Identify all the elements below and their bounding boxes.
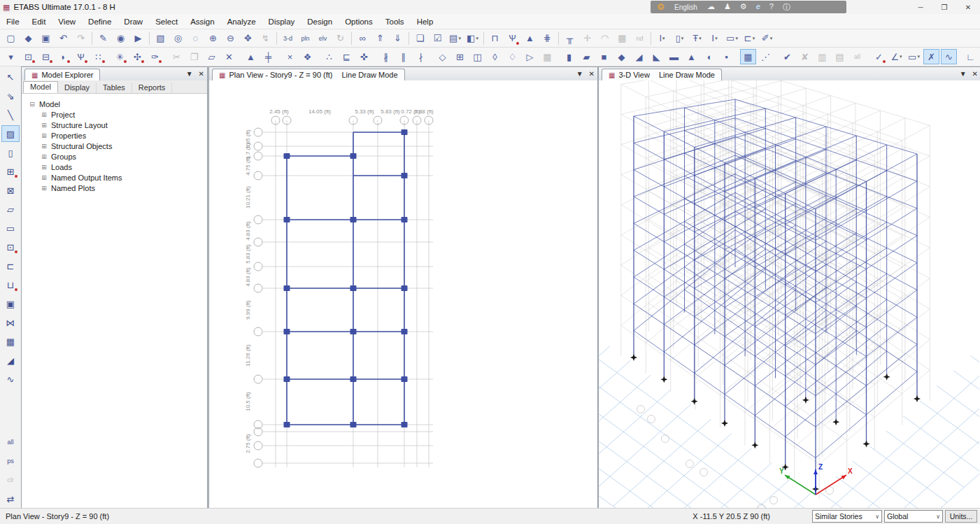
menu-file[interactable]: File xyxy=(0,14,26,29)
3d-view-canvas[interactable]: YXZ xyxy=(599,80,979,508)
draw-frame-region-icon[interactable]: ▨ xyxy=(1,125,20,142)
quick-draw-wall-icon[interactable]: ⊔ xyxy=(1,276,20,293)
user-icon[interactable]: ♟ xyxy=(724,2,731,13)
grid-box-icon[interactable]: ▦ xyxy=(614,31,630,46)
dimension-lines-icon[interactable]: ╪ xyxy=(260,49,276,64)
tree-item-project[interactable]: ⊞Project xyxy=(41,109,207,120)
new-model-icon[interactable]: ▢ xyxy=(3,31,19,46)
set-view-options-icon[interactable]: ▤▾ xyxy=(447,31,463,46)
explorer-tab-reports[interactable]: Reports xyxy=(132,83,173,93)
select-fork-icon[interactable]: Ѱ xyxy=(73,49,89,64)
join-frames-icon[interactable]: ∤ xyxy=(413,49,429,64)
snap-intersection-toggle-icon[interactable]: ✗ xyxy=(923,49,939,64)
menu-display[interactable]: Display xyxy=(262,14,301,29)
select-obj-plane-icon[interactable]: ⊟ xyxy=(38,49,54,64)
toolbar-more-dropdown[interactable]: ▾ xyxy=(3,49,19,64)
design-all-icon[interactable]: all xyxy=(849,49,865,64)
panel-close-icon[interactable]: ✕ xyxy=(589,70,595,78)
explorer-tab-tables[interactable]: Tables xyxy=(97,83,132,93)
info-icon[interactable]: ⓘ xyxy=(783,2,790,13)
select-arrow-icon[interactable]: ↖ xyxy=(1,69,20,85)
wide-flange-section-icon[interactable]: Ⅰ▾ xyxy=(706,31,723,46)
move-up-in-list-icon[interactable]: ⇑ xyxy=(372,31,388,46)
cloud-icon[interactable]: ☁ xyxy=(707,2,715,13)
frame-portal-icon[interactable]: ⊓ xyxy=(487,31,503,46)
explorer-tab-display[interactable]: Display xyxy=(58,83,97,93)
story-shift-icon[interactable]: ⋕ xyxy=(539,31,555,46)
tree-item-structural-objects[interactable]: ⊞Structural Objects xyxy=(41,141,207,151)
assign-shell-section-icon[interactable]: ■ xyxy=(596,49,612,64)
select-radial-icon[interactable]: ✳ xyxy=(112,49,128,64)
similar-stories-dropdown[interactable]: Similar Stories ∨ xyxy=(812,510,882,523)
draw-link-icon[interactable]: ⋈ xyxy=(1,314,20,331)
draw-frame-icon[interactable]: ╲ xyxy=(1,106,20,123)
menu-select[interactable]: Select xyxy=(149,14,184,29)
tree-item-model[interactable]: ⊟Model xyxy=(29,99,207,109)
undo-icon[interactable]: ↶ xyxy=(55,31,71,46)
design-composite-icon[interactable]: ▤ xyxy=(832,49,848,64)
offset-areas-icon[interactable]: ◊ xyxy=(487,49,503,64)
split-areas-icon[interactable]: ◫ xyxy=(469,49,485,64)
rubber-band-zoom-icon[interactable]: ▧ xyxy=(152,31,169,46)
quick-draw-beams-icon[interactable]: ⊞ xyxy=(1,163,20,180)
slab-strip-section-icon[interactable]: ▭▾ xyxy=(724,31,740,46)
design-concrete-icon[interactable]: ▥ xyxy=(814,49,830,64)
ime-logo-icon[interactable]: ❂ xyxy=(658,2,665,12)
paint-properties-icon[interactable]: ▪ xyxy=(718,49,734,64)
tree-item-loads[interactable]: ⊞Loads xyxy=(41,162,207,172)
save-model-icon[interactable]: ▣ xyxy=(38,31,54,46)
previous-zoom-icon[interactable]: ◌ xyxy=(187,31,204,46)
redo-icon[interactable]: ↷ xyxy=(73,31,89,46)
object-shading-icon[interactable]: ◧▾ xyxy=(464,31,481,46)
tree-item-properties[interactable]: ⊞Properties xyxy=(41,130,207,141)
minimize-button[interactable]: ─ xyxy=(909,0,932,14)
units-button[interactable]: Units... xyxy=(945,510,977,523)
mesh-areas-icon[interactable]: ▦ xyxy=(539,49,555,64)
previous-selection-icon[interactable]: ps xyxy=(1,453,20,469)
tree-item-named-output-items[interactable]: ⊞Named Output Items xyxy=(41,172,207,183)
orbit-3d-icon[interactable]: ↯ xyxy=(257,31,274,46)
snap-frame-toggle-icon[interactable]: ▭▾ xyxy=(906,49,922,64)
lock-model-icon[interactable]: ◉ xyxy=(113,31,129,46)
menu-design[interactable]: Design xyxy=(301,14,339,29)
tree-item-groups[interactable]: ⊞Groups xyxy=(41,151,207,162)
quick-draw-braces-icon[interactable]: ⊠ xyxy=(1,182,20,199)
move-down-in-list-icon[interactable]: ⇓ xyxy=(390,31,406,46)
cut-icon[interactable]: ✂ xyxy=(169,49,185,64)
coordinate-system-dropdown[interactable]: Global ∨ xyxy=(884,510,943,523)
draw-door-icon[interactable]: ▣ xyxy=(1,295,20,312)
assign-joint-restraint-icon[interactable]: ▮ xyxy=(561,49,577,64)
settings-gear-icon[interactable]: ⚙ xyxy=(740,2,747,13)
language-bar[interactable]: ❂ English ☁♟⚙e?ⓘ xyxy=(651,1,846,13)
copy-icon[interactable]: ❐ xyxy=(186,49,202,64)
wall-fork-icon[interactable]: Ѱ xyxy=(504,31,520,46)
panel-menu-icon[interactable]: ▼ xyxy=(576,70,583,78)
align-objects-icon[interactable]: ∴ xyxy=(321,49,337,64)
building-objects-icon[interactable]: ▲ xyxy=(243,49,259,64)
edit-model-icon[interactable]: ✎ xyxy=(95,31,111,46)
explorer-tab-model[interactable]: Model xyxy=(23,81,58,93)
column-section-icon[interactable]: ▯▾ xyxy=(672,31,688,46)
edit-story-grid-icon[interactable]: ⊑ xyxy=(339,49,355,64)
maximize-button[interactable]: ❐ xyxy=(932,0,956,14)
reshape-object-icon[interactable]: ⇘ xyxy=(1,87,20,104)
show-selection-checkbox-icon[interactable]: ☑ xyxy=(429,31,446,46)
assign-diaphragm-icon[interactable]: ▬ xyxy=(666,49,682,64)
elevation-profile-icon[interactable]: ▲ xyxy=(522,31,538,46)
assign-frame-section-icon[interactable]: ▰ xyxy=(578,49,595,64)
menu-tools[interactable]: Tools xyxy=(379,14,411,29)
select-chain-icon[interactable]: ✣ xyxy=(129,49,145,64)
3d-view-tab[interactable]: ▦ 3-D View Line Draw Mode xyxy=(602,69,722,81)
plan-view-canvas[interactable]: 2.45 (ft)14.05 (ft)5.33 (ft)5.83 (ft)0.7… xyxy=(209,80,596,508)
pan-icon[interactable]: ✥ xyxy=(240,31,256,46)
menu-help[interactable]: Help xyxy=(411,14,440,29)
design-steel-icon[interactable]: ✘ xyxy=(797,49,813,64)
tree-item-named-plots[interactable]: ⊞Named Plots xyxy=(41,183,207,193)
browser-icon[interactable]: e xyxy=(756,2,760,13)
draw-dimension-icon[interactable]: ◢ xyxy=(1,352,20,369)
expand-shrink-areas-icon[interactable]: ◇ xyxy=(434,49,450,64)
invert-selection-icon[interactable]: ⇄ xyxy=(1,490,20,507)
offset-objects-icon[interactable]: ❖ xyxy=(299,49,315,64)
support-chair-icon[interactable]: ╥ xyxy=(562,31,578,46)
draw-floor-icon[interactable]: ▱ xyxy=(1,201,20,218)
